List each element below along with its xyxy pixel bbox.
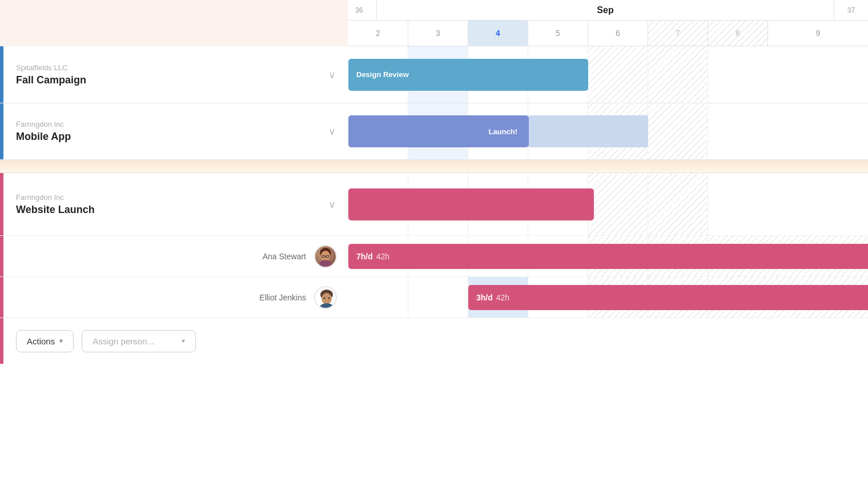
fall-campaign-bars: Design Review	[348, 46, 868, 103]
ana-avatar-svg	[315, 245, 336, 268]
project-client-mobile: Farringdon Inc	[16, 120, 326, 128]
ana-bar: 7h/d 42h	[348, 244, 868, 269]
ana-hours-per-day: 7h/d	[356, 252, 373, 261]
website-launch-section: Farringdon Inc Website Launch ∨	[0, 173, 868, 482]
elliot-name: Elliot Jenkins	[259, 293, 306, 302]
bar-launch: Launch!	[348, 115, 529, 147]
fall-chevron[interactable]: ∨	[328, 69, 336, 81]
wh-7	[708, 173, 868, 235]
actions-chevron-icon: ▾	[59, 337, 63, 345]
elliot-total-hours: 42h	[496, 293, 509, 302]
week-37-label: 37	[834, 0, 868, 20]
assign-person-label: Assign person...	[93, 336, 154, 346]
project-info-mobile: Farringdon Inc Mobile App ∨	[0, 103, 348, 159]
bar-design-review: Design Review	[348, 59, 588, 91]
elliot-hours-per-day: 3h/d	[476, 293, 493, 302]
website-chevron[interactable]: ∨	[328, 198, 336, 211]
svg-point-5	[319, 260, 332, 268]
day-2: 2	[348, 21, 408, 46]
project-name-fall: Fall Campaign	[16, 74, 326, 86]
eg-2	[408, 277, 468, 318]
bar-mobile-light	[528, 115, 648, 147]
mobile-app-bars: Launch!	[348, 103, 868, 159]
days-row: 2 3 4 5 6 7 8 9	[348, 21, 868, 46]
section-break	[0, 160, 868, 173]
project-info-fall-campaign: Spitalfields LLC Fall Campaign ∨	[0, 46, 348, 103]
person-row-elliot: Elliot Jenkins	[0, 277, 868, 318]
wh-5	[588, 173, 648, 235]
day-7: 7	[648, 21, 708, 46]
website-header-bars	[348, 173, 868, 235]
actions-label: Actions	[27, 336, 55, 346]
week-36-label: 36	[348, 0, 377, 20]
bar-website-header	[348, 188, 594, 220]
website-header-row: Farringdon Inc Website Launch ∨	[0, 173, 868, 236]
day-4-today: 4	[468, 21, 528, 46]
gc-7	[708, 46, 868, 103]
assign-chevron-icon: ▾	[182, 337, 185, 345]
ana-accent	[0, 236, 3, 276]
elliot-bar: 3h/d 42h	[468, 285, 868, 310]
svg-point-9	[328, 297, 330, 299]
svg-point-7	[322, 293, 332, 304]
actions-button[interactable]: Actions ▾	[16, 330, 74, 352]
project-row-mobile-app: Farringdon Inc Mobile App ∨ Lau	[0, 103, 868, 160]
assign-person-button[interactable]: Assign person... ▾	[82, 330, 196, 352]
day-3: 3	[408, 21, 468, 46]
eg-1	[348, 277, 408, 318]
project-info-website: Farringdon Inc Website Launch ∨	[0, 173, 348, 235]
bar-label-launch: Launch!	[488, 127, 517, 136]
website-client: Farringdon Inc	[16, 193, 326, 202]
projects-area: Spitalfields LLC Fall Campaign ∨	[0, 46, 868, 482]
project-row-fall-campaign: Spitalfields LLC Fall Campaign ∨	[0, 46, 868, 103]
svg-point-8	[324, 297, 326, 299]
gc-6-sun	[648, 46, 708, 103]
gc-5-sat	[588, 46, 648, 103]
bar-label-design-review: Design Review	[356, 70, 409, 79]
ana-avatar	[314, 245, 337, 268]
elliot-avatar-svg	[315, 287, 337, 309]
day-6: 6	[588, 21, 648, 46]
elliot-info: Elliot Jenkins	[0, 277, 348, 318]
mg-6	[648, 103, 708, 159]
month-label: Sep	[377, 5, 834, 15]
person-row-ana: Ana Stewart	[0, 236, 868, 277]
mobile-chevron[interactable]: ∨	[328, 125, 336, 138]
project-client-fall: Spitalfields LLC	[16, 63, 326, 72]
svg-point-10	[320, 303, 333, 309]
elliot-accent	[0, 277, 3, 318]
actions-row: Actions ▾ Assign person... ▾	[0, 318, 868, 364]
day-5: 5	[528, 21, 588, 46]
gantt-container: 36 Sep 37 2 3 4 5 6 7 8	[0, 0, 868, 482]
day-9: 9	[768, 21, 868, 46]
ana-name: Ana Stewart	[263, 252, 306, 261]
ana-info: Ana Stewart	[0, 236, 348, 276]
elliot-avatar	[314, 286, 337, 309]
wh-6	[648, 173, 708, 235]
ana-total-hours: 42h	[376, 252, 389, 261]
actions-accent	[0, 318, 3, 364]
mg-7	[708, 103, 868, 159]
ana-bars: 7h/d 42h	[348, 236, 868, 276]
project-name-mobile: Mobile App	[16, 131, 326, 143]
elliot-bars: 3h/d 42h	[348, 277, 868, 318]
website-name: Website Launch	[16, 204, 326, 216]
day-8: 8	[708, 21, 768, 46]
